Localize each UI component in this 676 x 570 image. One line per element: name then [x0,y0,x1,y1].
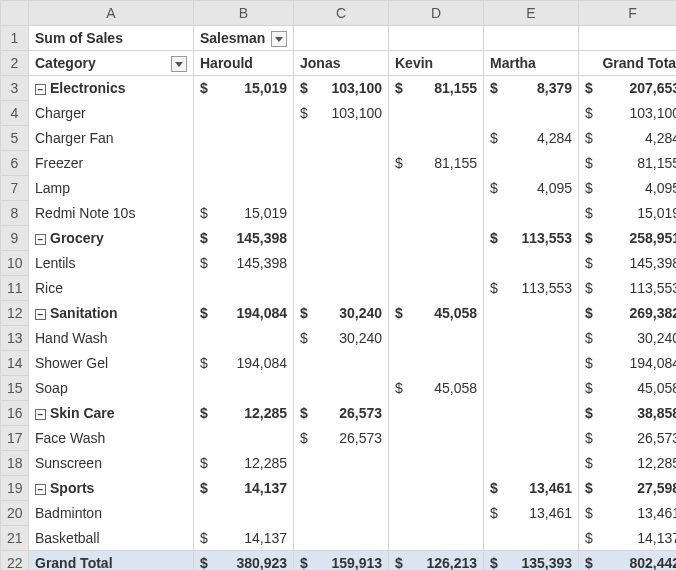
cell-D9[interactable] [389,226,484,251]
cell-D11[interactable] [389,276,484,301]
cell-D22[interactable]: $126,213 [389,551,484,571]
cell-E19[interactable]: $13,461 [484,476,579,501]
cell-C7[interactable] [294,176,389,201]
cell-B12[interactable]: $194,084 [194,301,294,326]
row-header-10[interactable]: 10 [1,251,29,276]
cell-E10[interactable] [484,251,579,276]
cell-F12[interactable]: $269,382 [579,301,677,326]
cell-E20[interactable]: $13,461 [484,501,579,526]
cell-F8[interactable]: $15,019 [579,201,677,226]
collapse-icon[interactable]: − [35,484,46,495]
col-header-F[interactable]: F [579,1,677,26]
cell-E22[interactable]: $135,393 [484,551,579,571]
collapse-icon[interactable]: − [35,409,46,420]
item-soap[interactable]: Soap [29,376,194,401]
cell-B21[interactable]: $14,137 [194,526,294,551]
cell-B22[interactable]: $380,923 [194,551,294,571]
row-header-16[interactable]: 16 [1,401,29,426]
cell-B19[interactable]: $14,137 [194,476,294,501]
row-header-18[interactable]: 18 [1,451,29,476]
cell-C1[interactable] [294,26,389,51]
cell-B7[interactable] [194,176,294,201]
salesman-label[interactable]: Salesman [194,26,294,51]
cell-C3[interactable]: $103,100 [294,76,389,101]
cell-D1[interactable] [389,26,484,51]
row-header-8[interactable]: 8 [1,201,29,226]
row-header-4[interactable]: 4 [1,101,29,126]
cell-B10[interactable]: $145,398 [194,251,294,276]
cell-C19[interactable] [294,476,389,501]
col-header-C[interactable]: C [294,1,389,26]
cell-E5[interactable]: $4,284 [484,126,579,151]
cell-C15[interactable] [294,376,389,401]
cell-B5[interactable] [194,126,294,151]
col-header-D[interactable]: D [389,1,484,26]
cell-D12[interactable]: $45,058 [389,301,484,326]
cell-E21[interactable] [484,526,579,551]
row-header-14[interactable]: 14 [1,351,29,376]
cell-F11[interactable]: $113,553 [579,276,677,301]
cell-B13[interactable] [194,326,294,351]
cell-E18[interactable] [484,451,579,476]
col-harould[interactable]: Harould [194,51,294,76]
cell-F20[interactable]: $13,461 [579,501,677,526]
cell-D7[interactable] [389,176,484,201]
cell-D16[interactable] [389,401,484,426]
row-header-21[interactable]: 21 [1,526,29,551]
cell-F4[interactable]: $103,100 [579,101,677,126]
cell-E14[interactable] [484,351,579,376]
cell-C16[interactable]: $26,573 [294,401,389,426]
cell-D14[interactable] [389,351,484,376]
col-header-B[interactable]: B [194,1,294,26]
collapse-icon[interactable]: − [35,234,46,245]
row-header-6[interactable]: 6 [1,151,29,176]
cell-E8[interactable] [484,201,579,226]
cell-D21[interactable] [389,526,484,551]
cell-D10[interactable] [389,251,484,276]
cell-D6[interactable]: $81,155 [389,151,484,176]
row-header-22[interactable]: 22 [1,551,29,571]
cell-F7[interactable]: $4,095 [579,176,677,201]
cell-E13[interactable] [484,326,579,351]
cell-B15[interactable] [194,376,294,401]
cell-E17[interactable] [484,426,579,451]
col-kevin[interactable]: Kevin [389,51,484,76]
cell-B16[interactable]: $12,285 [194,401,294,426]
col-jonas[interactable]: Jonas [294,51,389,76]
cell-F13[interactable]: $30,240 [579,326,677,351]
item-freezer[interactable]: Freezer [29,151,194,176]
sum-of-sales-label[interactable]: Sum of Sales [29,26,194,51]
item-sunscreen[interactable]: Sunscreen [29,451,194,476]
salesman-filter-dropdown[interactable] [271,31,287,47]
cell-D13[interactable] [389,326,484,351]
cell-F10[interactable]: $145,398 [579,251,677,276]
cell-D3[interactable]: $81,155 [389,76,484,101]
item-charger-fan[interactable]: Charger Fan [29,126,194,151]
cell-C10[interactable] [294,251,389,276]
item-hand-wash[interactable]: Hand Wash [29,326,194,351]
cell-C8[interactable] [294,201,389,226]
cell-E11[interactable]: $113,553 [484,276,579,301]
cell-D18[interactable] [389,451,484,476]
cell-B11[interactable] [194,276,294,301]
col-grand-total[interactable]: Grand Total [579,51,677,76]
cell-E6[interactable] [484,151,579,176]
row-header-7[interactable]: 7 [1,176,29,201]
cell-D15[interactable]: $45,058 [389,376,484,401]
cell-C12[interactable]: $30,240 [294,301,389,326]
category-sanitation[interactable]: −Sanitation [29,301,194,326]
cell-D17[interactable] [389,426,484,451]
row-header-3[interactable]: 3 [1,76,29,101]
cell-F14[interactable]: $194,084 [579,351,677,376]
item-lentils[interactable]: Lentils [29,251,194,276]
item-charger[interactable]: Charger [29,101,194,126]
cell-C21[interactable] [294,526,389,551]
cell-B18[interactable]: $12,285 [194,451,294,476]
category-label[interactable]: Category [29,51,194,76]
cell-E9[interactable]: $113,553 [484,226,579,251]
item-shower-gel[interactable]: Shower Gel [29,351,194,376]
collapse-icon[interactable]: − [35,84,46,95]
collapse-icon[interactable]: − [35,309,46,320]
row-header-9[interactable]: 9 [1,226,29,251]
cell-F17[interactable]: $26,573 [579,426,677,451]
